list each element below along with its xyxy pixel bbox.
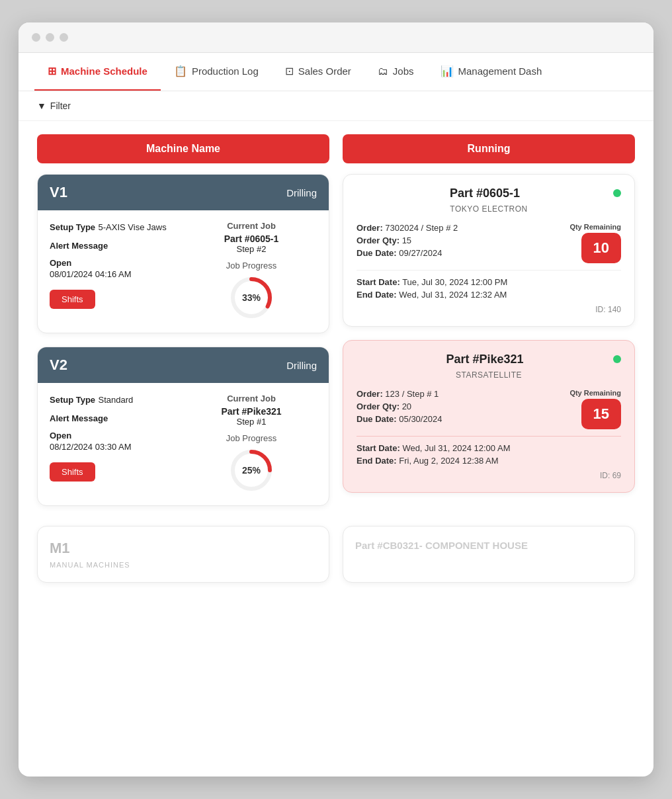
nav-item-jobs[interactable]: 🗂 Jobs [364,54,427,91]
machine-card-v1: V1 Drilling Setup Type 5-AXIS Vise Jaws … [37,174,329,333]
nav-label-machine-schedule: Machine Schedule [61,65,147,77]
running-card-v2: Part #Pike321 StarSatellite Order: 123 /… [343,340,635,493]
running-main-v1: Order: 7302024 / Step # 2 Order Qty: 15 … [357,223,621,263]
id-row-v2: ID: 69 [357,471,621,480]
running-card-top-v1: Part #0605-1 [357,187,621,200]
order-label-v1: Order: [357,223,383,233]
right-column: Running Part #0605-1 TOKYO ELECTRON Orde… [343,134,635,519]
title-bar [19,22,653,53]
setup-type-row-v2: Setup Type Standard [50,394,181,405]
id-value-v2: 69 [612,471,621,480]
setup-type-value-v1: 5-AXIS Vise Jaws [99,222,167,232]
bottom-part-title: Part #CB0321- COMPONENT HOUSE [355,540,622,551]
bottom-row: M1 MANUAL MACHINES Part #CB0321- COMPONE… [37,526,635,583]
machine-card-header-v1: V1 Drilling [38,175,329,210]
order-qty-value-v2: 20 [402,401,411,411]
due-date-value-v2: 05/30/2024 [399,414,442,424]
current-job-label-v2: Current Job [227,394,276,403]
main-content: Machine Name V1 Drilling Setup Type 5-AX… [19,121,653,601]
due-date-label-v2: Due Date: [357,414,397,424]
id-label-v1: ID: [595,305,605,314]
running-dates-v1: Start Date: Tue, Jul 30, 2024 12:00 PM E… [357,270,621,300]
progress-text-v2: 25% [242,465,261,476]
nav-item-sales-order[interactable]: ⊡ Sales Order [272,53,364,91]
start-date-label-v1: Start Date: [357,277,400,287]
part-company-v1: TOKYO ELECTRON [357,204,621,214]
nav-item-machine-schedule[interactable]: ⊞ Machine Schedule [34,53,161,91]
order-value-v1: 7302024 / Step # 2 [385,223,458,233]
bottom-machine-type: MANUAL MACHINES [50,561,317,569]
alert-message-label-v1: Alert Message [50,241,108,251]
progress-text-v1: 33% [242,292,261,303]
filter-icon: ▼ [37,101,46,111]
running-card-top-v2: Part #Pike321 [357,353,621,366]
status-dot-v1 [613,189,621,197]
shifts-button-v1[interactable]: Shifts [50,290,95,309]
machine-card-body-v2: Setup Type Standard Alert Message Open 0… [38,383,329,505]
machine-id-v1: V1 [50,184,67,201]
end-date-row-v2: End Date: Fri, Aug 2, 2024 12:38 AM [357,456,621,466]
status-date-v2: 08/12/2024 03:30 AM [50,442,181,452]
start-date-row-v1: Start Date: Tue, Jul 30, 2024 12:00 PM [357,277,621,287]
machine-info-left-v2: Setup Type Standard Alert Message Open 0… [50,394,181,493]
running-details-v1: Order: 7302024 / Step # 2 Order Qty: 15 … [357,223,458,261]
order-qty-row-v2: Order Qty: 20 [357,401,442,411]
setup-type-label-v1: Setup Type [50,222,95,232]
setup-type-value-v2: Standard [99,395,134,405]
window-dot-3 [60,33,68,42]
bottom-part-card: Part #CB0321- COMPONENT HOUSE [343,526,635,583]
alert-message-label-v2: Alert Message [50,413,108,423]
id-value-v1: 140 [608,305,621,314]
order-qty-label-v2: Order Qty: [357,401,399,411]
nav-item-management-dash[interactable]: 📊 Management Dash [427,53,556,91]
order-label-v2: Order: [357,389,383,399]
nav-label-jobs: Jobs [393,65,414,77]
machine-card-header-v2: V2 Drilling [38,347,329,383]
running-header: Running [343,134,635,163]
current-job-part-v2: Part #Pike321 [221,406,281,417]
shifts-button-v2[interactable]: Shifts [50,462,95,482]
current-job-label-v1: Current Job [227,221,276,231]
part-company-v2: StarSatellite [357,370,621,380]
status-row-v1: Open 08/01/2024 04:16 AM [50,258,181,279]
start-date-row-v2: Start Date: Wed, Jul 31, 2024 12:00 AM [357,443,621,453]
columns-layout: Machine Name V1 Drilling Setup Type 5-AX… [37,134,635,519]
status-dot-v2 [613,355,621,363]
id-row-v1: ID: 140 [357,305,621,314]
machine-id-v2: V2 [50,357,67,374]
machine-type-v1: Drilling [286,187,317,198]
status-label-v1: Open [50,258,181,268]
qty-section-v1: Qty Remaining 10 [569,223,621,263]
progress-ring-v2: 25% [228,447,274,493]
nav-label-sales-order: Sales Order [298,65,351,77]
running-card-v1: Part #0605-1 TOKYO ELECTRON Order: 73020… [343,174,635,327]
alert-message-row-v1: Alert Message [50,239,181,251]
machine-info-left-v1: Setup Type 5-AXIS Vise Jaws Alert Messag… [50,221,181,321]
filter-bar[interactable]: ▼ Filter [19,91,653,121]
due-date-label-v1: Due Date: [357,248,397,258]
machine-type-v2: Drilling [286,360,317,371]
current-job-step-v1: Step #2 [237,244,267,254]
left-column: Machine Name V1 Drilling Setup Type 5-AX… [37,134,329,519]
due-date-row-v1: Due Date: 09/27/2024 [357,248,458,258]
due-date-row-v2: Due Date: 05/30/2024 [357,414,442,424]
running-main-v2: Order: 123 / Step # 1 Order Qty: 20 Due … [357,389,621,429]
order-qty-value-v1: 15 [402,235,411,245]
machine-card-v2: V2 Drilling Setup Type Standard Alert Me… [37,347,329,506]
bottom-machine-card-m1: M1 MANUAL MACHINES [37,526,329,583]
status-label-v2: Open [50,431,181,441]
management-dash-icon: 📊 [441,65,454,77]
order-qty-row-v1: Order Qty: 15 [357,235,458,245]
nav-bar: ⊞ Machine Schedule 📋 Production Log ⊡ Sa… [19,53,653,91]
current-job-part-v1: Part #0605-1 [224,233,279,244]
jobs-icon: 🗂 [378,65,388,77]
status-date-v1: 08/01/2024 04:16 AM [50,269,181,279]
status-row-v2: Open 08/12/2024 03:30 AM [50,431,181,452]
bottom-machine-id: M1 [50,540,317,557]
machine-schedule-icon: ⊞ [48,65,56,77]
running-details-v2: Order: 123 / Step # 1 Order Qty: 20 Due … [357,389,442,427]
machine-card-body-v1: Setup Type 5-AXIS Vise Jaws Alert Messag… [38,210,329,333]
nav-item-production-log[interactable]: 📋 Production Log [161,53,272,91]
part-title-v2: Part #Pike321 [357,353,613,366]
order-value-v2: 123 / Step # 1 [385,389,439,399]
